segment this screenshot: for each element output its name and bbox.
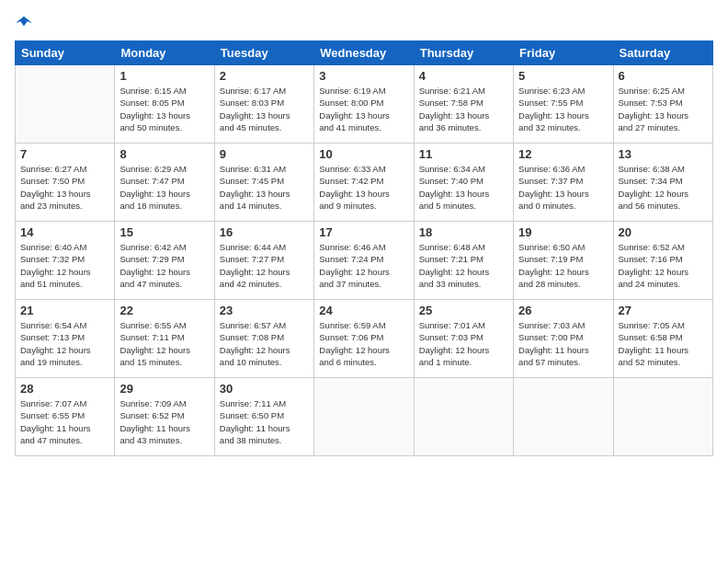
weekday-header-sunday: Sunday	[16, 41, 115, 65]
calendar-week-row: 14Sunrise: 6:40 AM Sunset: 7:32 PM Dayli…	[16, 222, 713, 300]
day-info: Sunrise: 7:07 AM Sunset: 6:55 PM Dayligh…	[20, 397, 109, 446]
day-number: 25	[419, 304, 508, 317]
day-info: Sunrise: 7:11 AM Sunset: 6:50 PM Dayligh…	[220, 397, 309, 446]
day-number: 9	[220, 147, 309, 161]
calendar-cell: 3Sunrise: 6:19 AM Sunset: 8:00 PM Daylig…	[314, 65, 414, 144]
calendar-week-row: 7Sunrise: 6:27 AM Sunset: 7:50 PM Daylig…	[16, 144, 713, 222]
calendar-cell: 25Sunrise: 7:01 AM Sunset: 7:03 PM Dayli…	[414, 300, 513, 378]
calendar-header: SundayMondayTuesdayWednesdayThursdayFrid…	[16, 41, 713, 65]
day-number: 15	[119, 225, 209, 239]
day-info: Sunrise: 6:34 AM Sunset: 7:40 PM Dayligh…	[419, 163, 508, 212]
calendar-cell: 28Sunrise: 7:07 AM Sunset: 6:55 PM Dayli…	[16, 378, 115, 456]
day-info: Sunrise: 6:40 AM Sunset: 7:32 PM Dayligh…	[20, 241, 109, 290]
weekday-header-friday: Friday	[514, 41, 613, 65]
weekday-header-tuesday: Tuesday	[214, 41, 313, 65]
day-number: 4	[419, 69, 508, 83]
day-info: Sunrise: 7:09 AM Sunset: 6:52 PM Dayligh…	[119, 397, 209, 446]
day-number: 30	[220, 382, 309, 396]
calendar-cell: 6Sunrise: 6:25 AM Sunset: 7:53 PM Daylig…	[613, 65, 712, 144]
day-number: 16	[220, 225, 309, 239]
calendar-cell: 7Sunrise: 6:27 AM Sunset: 7:50 PM Daylig…	[16, 144, 115, 222]
calendar-cell: 12Sunrise: 6:36 AM Sunset: 7:37 PM Dayli…	[514, 144, 613, 222]
day-number: 17	[319, 225, 408, 239]
day-number: 23	[220, 304, 309, 317]
day-number: 29	[119, 382, 209, 396]
day-info: Sunrise: 6:46 AM Sunset: 7:24 PM Dayligh…	[319, 241, 408, 290]
calendar-cell: 11Sunrise: 6:34 AM Sunset: 7:40 PM Dayli…	[414, 144, 513, 222]
calendar-cell: 8Sunrise: 6:29 AM Sunset: 7:47 PM Daylig…	[115, 144, 214, 222]
calendar-cell: 1Sunrise: 6:15 AM Sunset: 8:05 PM Daylig…	[115, 65, 214, 144]
page-container: SundayMondayTuesdayWednesdayThursdayFrid…	[0, 0, 728, 464]
calendar-cell: 14Sunrise: 6:40 AM Sunset: 7:32 PM Dayli…	[16, 222, 115, 300]
day-number: 20	[619, 225, 708, 239]
day-info: Sunrise: 6:57 AM Sunset: 7:08 PM Dayligh…	[220, 319, 309, 368]
day-number: 22	[119, 304, 209, 317]
day-info: Sunrise: 6:36 AM Sunset: 7:37 PM Dayligh…	[518, 163, 608, 212]
calendar-cell	[414, 378, 513, 456]
calendar-body: 1Sunrise: 6:15 AM Sunset: 8:05 PM Daylig…	[16, 65, 713, 456]
day-info: Sunrise: 6:31 AM Sunset: 7:45 PM Dayligh…	[220, 163, 309, 212]
header	[15, 15, 713, 31]
calendar-table: SundayMondayTuesdayWednesdayThursdayFrid…	[15, 40, 713, 456]
weekday-header-saturday: Saturday	[613, 41, 712, 65]
day-number: 12	[518, 147, 608, 161]
calendar-cell: 10Sunrise: 6:33 AM Sunset: 7:42 PM Dayli…	[314, 144, 414, 222]
weekday-header-monday: Monday	[115, 41, 214, 65]
day-number: 11	[419, 147, 508, 161]
day-info: Sunrise: 7:03 AM Sunset: 7:00 PM Dayligh…	[518, 319, 608, 368]
calendar-cell: 26Sunrise: 7:03 AM Sunset: 7:00 PM Dayli…	[514, 300, 613, 378]
day-number: 7	[20, 147, 109, 161]
day-info: Sunrise: 6:29 AM Sunset: 7:47 PM Dayligh…	[119, 163, 209, 212]
day-number: 21	[20, 304, 109, 317]
svg-marker-0	[16, 17, 32, 27]
calendar-cell: 13Sunrise: 6:38 AM Sunset: 7:34 PM Dayli…	[613, 144, 712, 222]
day-info: Sunrise: 7:05 AM Sunset: 6:58 PM Dayligh…	[619, 319, 708, 368]
day-info: Sunrise: 6:44 AM Sunset: 7:27 PM Dayligh…	[220, 241, 309, 290]
calendar-cell: 4Sunrise: 6:21 AM Sunset: 7:58 PM Daylig…	[414, 65, 513, 144]
calendar-cell	[314, 378, 414, 456]
day-number: 5	[518, 69, 608, 83]
day-info: Sunrise: 6:27 AM Sunset: 7:50 PM Dayligh…	[20, 163, 109, 212]
calendar-cell: 27Sunrise: 7:05 AM Sunset: 6:58 PM Dayli…	[613, 300, 712, 378]
calendar-week-row: 28Sunrise: 7:07 AM Sunset: 6:55 PM Dayli…	[16, 378, 713, 456]
weekday-header-row: SundayMondayTuesdayWednesdayThursdayFrid…	[16, 41, 713, 65]
calendar-week-row: 21Sunrise: 6:54 AM Sunset: 7:13 PM Dayli…	[16, 300, 713, 378]
calendar-cell: 22Sunrise: 6:55 AM Sunset: 7:11 PM Dayli…	[115, 300, 214, 378]
weekday-header-wednesday: Wednesday	[314, 41, 414, 65]
day-number: 13	[619, 147, 708, 161]
day-number: 1	[119, 69, 209, 83]
calendar-cell: 5Sunrise: 6:23 AM Sunset: 7:55 PM Daylig…	[514, 65, 613, 144]
day-info: Sunrise: 6:52 AM Sunset: 7:16 PM Dayligh…	[619, 241, 708, 290]
calendar-cell: 2Sunrise: 6:17 AM Sunset: 8:03 PM Daylig…	[214, 65, 313, 144]
day-info: Sunrise: 6:59 AM Sunset: 7:06 PM Dayligh…	[319, 319, 408, 368]
calendar-cell	[613, 378, 712, 456]
day-info: Sunrise: 6:38 AM Sunset: 7:34 PM Dayligh…	[619, 163, 708, 212]
calendar-cell: 18Sunrise: 6:48 AM Sunset: 7:21 PM Dayli…	[414, 222, 513, 300]
calendar-cell: 15Sunrise: 6:42 AM Sunset: 7:29 PM Dayli…	[115, 222, 214, 300]
day-info: Sunrise: 6:54 AM Sunset: 7:13 PM Dayligh…	[20, 319, 109, 368]
day-info: Sunrise: 7:01 AM Sunset: 7:03 PM Dayligh…	[419, 319, 508, 368]
day-number: 28	[20, 382, 109, 396]
calendar-cell: 17Sunrise: 6:46 AM Sunset: 7:24 PM Dayli…	[314, 222, 414, 300]
calendar-cell	[514, 378, 613, 456]
day-number: 14	[20, 225, 109, 239]
calendar-week-row: 1Sunrise: 6:15 AM Sunset: 8:05 PM Daylig…	[16, 65, 713, 144]
calendar-cell: 16Sunrise: 6:44 AM Sunset: 7:27 PM Dayli…	[214, 222, 313, 300]
calendar-cell: 19Sunrise: 6:50 AM Sunset: 7:19 PM Dayli…	[514, 222, 613, 300]
day-info: Sunrise: 6:33 AM Sunset: 7:42 PM Dayligh…	[319, 163, 408, 212]
day-number: 27	[619, 304, 708, 317]
calendar-cell: 30Sunrise: 7:11 AM Sunset: 6:50 PM Dayli…	[214, 378, 313, 456]
day-info: Sunrise: 6:19 AM Sunset: 8:00 PM Dayligh…	[319, 85, 408, 133]
day-info: Sunrise: 6:25 AM Sunset: 7:53 PM Dayligh…	[619, 85, 708, 133]
day-number: 3	[319, 69, 408, 83]
day-number: 26	[518, 304, 608, 317]
day-number: 24	[319, 304, 408, 317]
calendar-cell: 23Sunrise: 6:57 AM Sunset: 7:08 PM Dayli…	[214, 300, 313, 378]
day-info: Sunrise: 6:15 AM Sunset: 8:05 PM Dayligh…	[119, 85, 209, 133]
day-number: 6	[619, 69, 708, 83]
day-number: 19	[518, 225, 608, 239]
day-number: 8	[119, 147, 209, 161]
day-info: Sunrise: 6:42 AM Sunset: 7:29 PM Dayligh…	[119, 241, 209, 290]
calendar-cell	[16, 65, 115, 144]
weekday-header-thursday: Thursday	[414, 41, 513, 65]
